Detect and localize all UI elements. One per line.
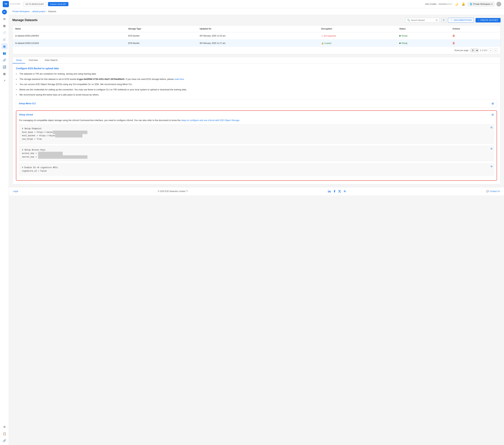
workspace-label: Private Workspace: [473, 3, 490, 5]
copy-button-3[interactable]: ⧉: [491, 165, 492, 168]
breadcrumb-workspace[interactable]: Private Workspace: [12, 10, 30, 13]
rows-per-page-select[interactable]: 5 10 25: [470, 49, 479, 52]
table-footer: Rows per page: 5 10 25 1–2 of 2 ‹ ›: [13, 47, 500, 54]
twitter-x-icon[interactable]: [338, 190, 341, 193]
sidebar-item-cart[interactable]: 🛒: [1, 36, 8, 42]
bullet-5: We recommend saving the below keys at a …: [16, 93, 497, 97]
sidebar-item-pipelines[interactable]: 🔗: [1, 57, 8, 63]
myaccount-button[interactable]: GO TO MYACCOUNT: [23, 2, 46, 6]
sidebar-item-dashboard[interactable]: ⊞: [1, 16, 8, 22]
minio-expand-icon: ⊕: [491, 102, 494, 106]
pagination-info: 1–2 of 2: [480, 49, 487, 52]
bullet-3: You can access E2E Object Storage (EOS) …: [16, 83, 497, 86]
prev-page-button[interactable]: ‹: [489, 49, 492, 52]
svg-point-1: [344, 192, 344, 192]
bullet-4: Below are the credentials for setting up…: [16, 88, 497, 91]
code-line-secret-key: secret_key =: [22, 155, 491, 159]
sidebar-item-datasets[interactable]: ▦: [1, 43, 8, 49]
contact-label: Contact Us: [490, 190, 500, 193]
workspace-button[interactable]: 🌐 Private Workspace ▾: [468, 2, 494, 6]
table-row: tir-dataset-020611151818 EOS Bucket 06 F…: [13, 40, 500, 47]
code-block-signature: ⧉ # Enable S3 v4 signature APIs signatur…: [19, 163, 494, 176]
table-row: tir-dataset-020611405454 EOS Bucket 06 F…: [13, 32, 500, 40]
filter-icon[interactable]: ⊞: [436, 19, 438, 21]
sidebar-item-table[interactable]: ▦: [1, 71, 8, 77]
footer-legal[interactable]: Legal: [13, 190, 18, 193]
blurred-secret-key: [38, 155, 88, 159]
avatar[interactable]: [496, 2, 501, 6]
s3cmd-link[interactable]: steps to configure and use s3cmd with E2…: [181, 119, 239, 122]
infra-credits-label: Infra Credits:: [425, 3, 437, 5]
col-storage: Storage Type: [126, 26, 197, 32]
create-dataset-button[interactable]: + CREATE DATASET: [476, 18, 501, 22]
tab-data-objects[interactable]: Data Objects: [41, 57, 61, 63]
minio-header[interactable]: Setup Minio CLI ⊕: [16, 100, 497, 107]
breadcrumb: Private Workspace › default-project › Da…: [9, 8, 504, 15]
next-page-button[interactable]: ›: [494, 49, 498, 52]
search-input[interactable]: [411, 19, 435, 21]
sidebar-toggle[interactable]: ≫: [2, 10, 7, 14]
breadcrumb-sep-2: ›: [46, 10, 47, 13]
contact-icon: 💬: [486, 190, 489, 193]
configure-title: Configure EOS Bucket to upload data: [16, 67, 497, 70]
bullet-1: The datasets in TIR are containers for s…: [16, 72, 497, 76]
docs-icon: 📄: [450, 19, 453, 21]
blurred-host-bucket: [55, 134, 82, 138]
footer-copyright: © 2025 E2E Networks Limited ™: [158, 190, 188, 193]
contact-us-button[interactable]: 💬 Contact Us: [486, 190, 500, 193]
page-header: Manage Datasets 🔍 ⊞ ↻ 📄 DOCUMENTATION: [12, 18, 501, 23]
sidebar-item-refresh[interactable]: 🔄: [1, 64, 8, 70]
tab-setup[interactable]: Setup: [13, 57, 25, 63]
s3cmd-header[interactable]: Setup s3cmd ⊖: [16, 111, 497, 119]
header-actions: 🔍 ⊞ ↻ 📄 DOCUMENTATION + CREATE DATASET: [405, 18, 501, 23]
credits-bar: [438, 3, 452, 5]
genai-button[interactable]: Explore GenAI API: [48, 2, 69, 6]
breadcrumb-project[interactable]: default-project: [32, 10, 45, 13]
minio-section: Setup Minio CLI ⊕: [16, 99, 497, 108]
copy-button-1[interactable]: ⧉: [491, 126, 492, 129]
workspace-icon: 🌐: [470, 3, 472, 5]
s3cmd-title: Setup s3cmd: [19, 113, 33, 116]
col-name: Name: [13, 26, 126, 32]
dataset-name-1: tir-dataset-020611405454: [13, 32, 126, 40]
copy-button-2[interactable]: ⧉: [491, 147, 492, 150]
sidebar-item-documents[interactable]: 📄: [1, 30, 8, 36]
bucket-name: d-gpu-9e0ff08f-3730-4351-9dd7-29784af69e…: [77, 78, 125, 80]
s3cmd-body: For managing s3-compatible object storag…: [16, 119, 497, 180]
dark-mode-button[interactable]: 🌙: [454, 2, 459, 6]
col-actions: Actions: [450, 26, 500, 32]
status-label-2: Ready: [401, 42, 408, 44]
bullet-2: The storage backend for this dataset is …: [16, 77, 497, 81]
header-right: Infra Credits: 🌙 🔔 🌐 Private Workspace ▾: [425, 2, 501, 6]
top-header: TIR AI PLATFORM GO TO MYACCOUNT Explore …: [0, 0, 504, 8]
tabs-header: Setup Overview Data Objects: [13, 57, 500, 64]
status-1: Ready: [396, 32, 450, 40]
delete-button-2[interactable]: 🗑: [452, 42, 455, 45]
documentation-button[interactable]: 📄 DOCUMENTATION: [448, 18, 474, 23]
tab-overview[interactable]: Overview: [25, 57, 41, 63]
code-comment-3: # Enable S3 v4 signature APIs: [22, 166, 491, 169]
rss-icon[interactable]: [343, 190, 346, 193]
notifications-button[interactable]: 🔔: [461, 2, 466, 6]
sidebar-item-team[interactable]: 👥: [1, 50, 8, 56]
bullet-text-2: The storage backend for this dataset is …: [19, 77, 184, 81]
facebook-icon[interactable]: [333, 190, 336, 193]
sidebar-item-grid[interactable]: ▦: [1, 23, 8, 29]
sidebar-item-share[interactable]: ↗: [1, 77, 8, 84]
page-content: Manage Datasets 🔍 ⊞ ↻ 📄 DOCUMENTATION: [9, 15, 504, 187]
svg-point-0: [328, 190, 329, 190]
refresh-button[interactable]: ↻: [441, 18, 446, 23]
sidebar-item-integrations[interactable]: 🔗: [1, 437, 8, 444]
code-comment-2: # Setup Access Keys: [22, 148, 491, 152]
delete-button-1[interactable]: 🗑: [452, 34, 455, 37]
sidebar-item-settings[interactable]: ⚙: [1, 424, 8, 430]
code-line-signature: signature_v2 = False: [22, 169, 491, 173]
docs-label: DOCUMENTATION: [454, 19, 472, 21]
sidebar-item-logs[interactable]: 📋: [1, 431, 8, 437]
enc-label-1: Not Supported: [324, 35, 336, 37]
col-encryption: Encryption: [319, 26, 397, 32]
logo-subtitle: AI PLATFORM: [10, 3, 20, 5]
read-here-link[interactable]: read here: [175, 78, 184, 80]
warning-icon: ⚠: [322, 35, 323, 37]
linkedin-icon[interactable]: [328, 190, 331, 193]
